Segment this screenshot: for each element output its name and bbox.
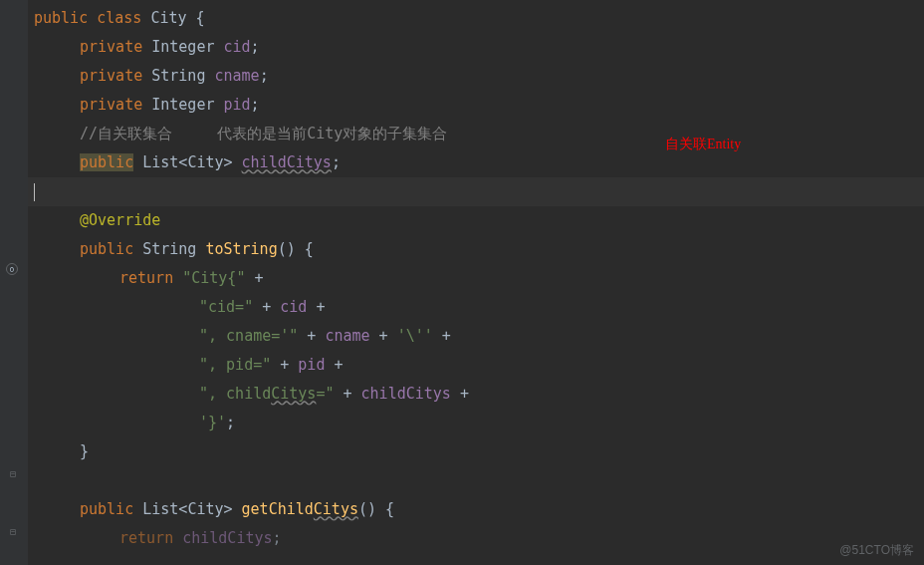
code-line: ", childCitys=" + childCitys + [28,380,924,409]
code-line: public List<City> getChildCitys() { [28,495,924,524]
code-line: } [28,437,924,466]
override-gutter-icon[interactable]: o [6,263,18,275]
watermark: @51CTO博客 [839,542,914,559]
code-line: '}'; [28,409,924,437]
code-line: //自关联集合 代表的是当前City对象的子集集合 [28,120,924,148]
collapse-icon[interactable]: ⊟ [6,524,20,538]
code-line: return "City{" + [28,264,924,293]
code-line: return childCitys; [28,524,924,553]
collapse-icon[interactable]: ⊟ [6,466,20,480]
code-line: "cid=" + cid + [28,293,924,322]
code-line: private String cname; [28,62,924,91]
text-caret [34,183,35,201]
code-line: ", cname='" + cname + '\'' + [28,322,924,351]
annotation-note: 自关联Entity [665,136,741,153]
gutter: o ⊟ ⊟ [0,0,28,565]
code-line: @Override [28,206,924,235]
code-line: public String toString() { [28,235,924,264]
code-editor[interactable]: o ⊟ ⊟ public class City { private Intege… [0,0,924,565]
code-line: private Integer cid; [28,33,924,62]
code-line: ", pid=" + pid + [28,351,924,380]
code-line: public class City { [28,4,924,33]
code-line-current [28,177,924,206]
code-line [28,466,924,495]
code-line: private Integer pid; [28,91,924,120]
code-area[interactable]: public class City { private Integer cid;… [28,0,924,565]
code-line: public List<City> childCitys; [28,148,924,177]
